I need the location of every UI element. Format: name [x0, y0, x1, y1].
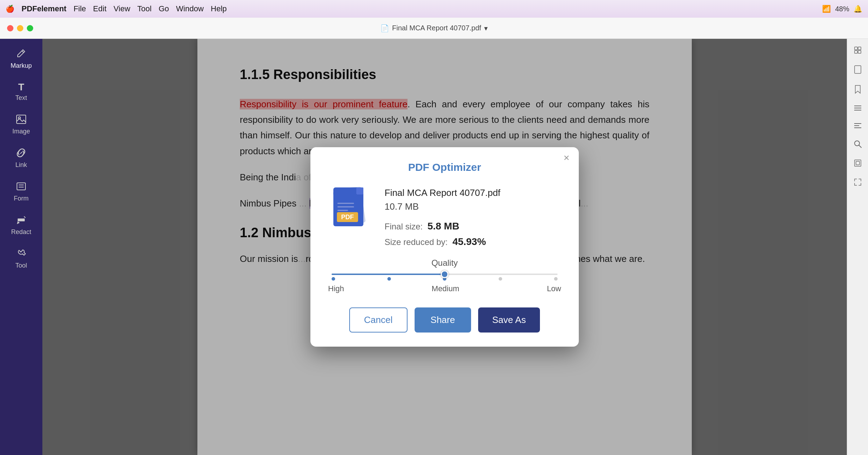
sidebar: Markup T Text Image: [0, 39, 42, 455]
link-icon: [16, 148, 26, 159]
svg-rect-18: [858, 47, 861, 50]
svg-rect-6: [18, 218, 25, 221]
tick-4: [499, 277, 502, 281]
modal-overlay: ✕ PDF Optimizer: [42, 39, 847, 455]
right-panel-bookmark-icon[interactable]: [854, 85, 862, 96]
dialog-info: Final MCA Report 40707.pdf 10.7 MB Final…: [385, 184, 561, 247]
pdf-file-icon-small: 📄: [380, 24, 389, 32]
menu-item-view[interactable]: View: [114, 4, 130, 13]
svg-rect-20: [858, 50, 861, 53]
title-bar-center: 📄 Final MCA Report 40707.pdf ▾: [380, 24, 487, 32]
sidebar-tool-label: Tool: [15, 262, 27, 269]
sidebar-item-text[interactable]: T Text: [0, 77, 42, 107]
share-button[interactable]: Share: [415, 307, 471, 333]
slider-fill: [332, 274, 445, 275]
tick-5: [554, 277, 558, 281]
minimize-window-button[interactable]: [17, 25, 23, 31]
quality-label: Quality: [328, 258, 561, 268]
title-bar: 📄 Final MCA Report 40707.pdf ▾: [0, 18, 868, 39]
sidebar-link-label: Link: [15, 161, 27, 169]
svg-line-0: [22, 51, 24, 53]
sidebar-redact-label: Redact: [11, 228, 31, 236]
final-size-value: 5.8 MB: [427, 221, 459, 232]
sidebar-item-tool[interactable]: Tool: [0, 243, 42, 275]
reduction-value: 45.93%: [452, 236, 486, 247]
dialog-filename: Final MCA Report 40707.pdf: [385, 187, 561, 198]
slider-label-high: High: [328, 284, 344, 293]
form-icon: [16, 181, 26, 193]
text-icon: T: [18, 82, 24, 92]
sidebar-item-image[interactable]: Image: [0, 109, 42, 141]
slider-thumb[interactable]: [441, 270, 448, 278]
svg-rect-1: [17, 115, 26, 124]
apple-logo[interactable]: 🍎: [6, 5, 14, 13]
tool-icon: [16, 249, 26, 260]
pdf-file-icon: PDF: [328, 184, 374, 233]
tick-2: [387, 277, 391, 281]
reduction-label: Size reduced by:: [385, 237, 448, 247]
close-window-button[interactable]: [7, 25, 13, 31]
main-layout: Markup T Text Image: [0, 39, 868, 455]
slider-label-low: Low: [547, 284, 561, 293]
menu-bar: 🍎 PDFelement File Edit View Tool Go Wind…: [0, 0, 868, 18]
dialog-filesize: 10.7 MB: [385, 201, 561, 212]
svg-rect-3: [17, 183, 25, 190]
menu-bar-left: 🍎 PDFelement File Edit View Tool Go Wind…: [6, 4, 227, 13]
svg-text:PDF: PDF: [341, 214, 354, 221]
battery-status: 48%: [835, 5, 849, 13]
final-size-label: Final size:: [385, 222, 423, 231]
svg-line-7: [24, 216, 25, 218]
menu-item-edit[interactable]: Edit: [93, 4, 107, 13]
menu-item-go[interactable]: Go: [159, 4, 169, 13]
dialog-final-size: Final size: 5.8 MB: [385, 221, 561, 232]
tick-1: [332, 277, 335, 281]
maximize-window-button[interactable]: [27, 25, 33, 31]
pdf-icon-wrapper: PDF: [328, 184, 374, 235]
svg-rect-11: [356, 187, 363, 194]
menu-item-window[interactable]: Window: [176, 4, 204, 13]
content-area: 1.1.5 Responsibilities Responsibility is…: [42, 39, 847, 455]
right-panel-list-icon[interactable]: [854, 104, 862, 114]
wifi-icon: 📶: [822, 5, 831, 13]
svg-rect-30: [855, 160, 861, 166]
sidebar-item-redact[interactable]: Redact: [0, 209, 42, 241]
svg-rect-17: [855, 47, 857, 50]
dialog-reduction: Size reduced by: 45.93%: [385, 236, 561, 247]
quality-section: Quality: [328, 258, 561, 293]
menu-bar-right: 📶 48% 🔔: [822, 5, 862, 13]
menu-item-file[interactable]: File: [73, 4, 86, 13]
sidebar-item-link[interactable]: Link: [0, 142, 42, 174]
slider-label-medium: Medium: [432, 284, 459, 293]
right-panel-crop-icon[interactable]: [854, 159, 862, 169]
dialog-buttons: Cancel Share Save As: [328, 307, 561, 333]
right-panel-search-icon[interactable]: [854, 140, 862, 150]
slider-container: [332, 274, 558, 281]
dialog-content: PDF Final MCA Report 40707.pdf 10.7 MB F…: [328, 184, 561, 247]
svg-rect-31: [856, 161, 860, 165]
sidebar-image-label: Image: [12, 128, 30, 135]
sidebar-item-markup[interactable]: Markup: [0, 42, 42, 75]
svg-line-29: [859, 145, 861, 148]
svg-rect-19: [855, 50, 857, 53]
image-icon: [16, 114, 26, 126]
slider-labels: High Medium Low: [328, 284, 561, 293]
right-panel-grid-icon[interactable]: [854, 46, 862, 56]
save-as-button[interactable]: Save As: [478, 307, 540, 333]
right-panel-lines-icon[interactable]: [854, 122, 862, 131]
right-panel-expand-icon[interactable]: [854, 178, 862, 188]
sidebar-item-form[interactable]: Form: [0, 176, 42, 208]
right-panel: [847, 39, 868, 455]
dialog-title: PDF Optimizer: [328, 161, 561, 173]
notification-icon: 🔔: [854, 5, 862, 13]
markup-icon: [16, 48, 26, 60]
dialog-close-button[interactable]: ✕: [561, 153, 572, 163]
right-panel-page-icon[interactable]: [854, 65, 862, 76]
redact-icon: [16, 215, 26, 226]
menu-item-app[interactable]: PDFelement: [22, 4, 66, 13]
cancel-button[interactable]: Cancel: [349, 307, 408, 333]
menu-item-tool[interactable]: Tool: [137, 4, 151, 13]
menu-item-help[interactable]: Help: [211, 4, 227, 13]
traffic-lights: [7, 25, 33, 31]
sidebar-form-label: Form: [14, 195, 29, 202]
title-dropdown-icon[interactable]: ▾: [484, 24, 488, 32]
